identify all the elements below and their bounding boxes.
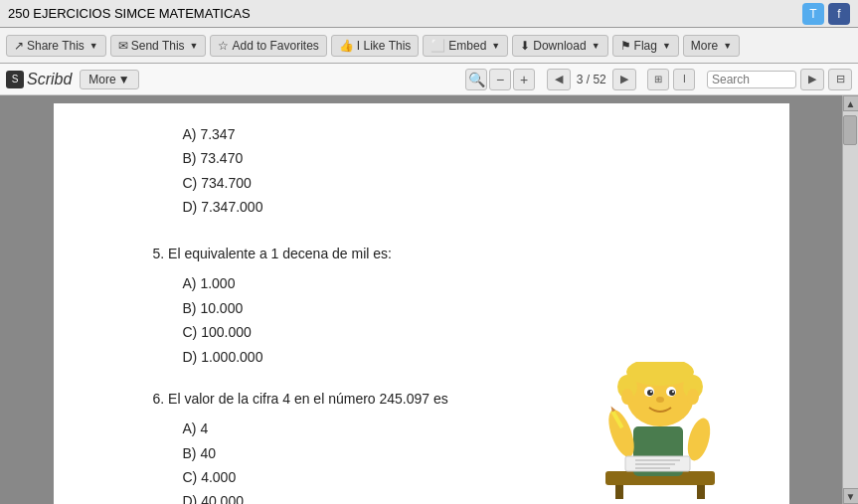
embed-icon: ⬜ [430,39,445,53]
thumbs-icon: 👍 [339,39,354,53]
page-title: 250 EJERCICIOS SIMCE MATEMATICAS [8,6,251,21]
share-icon: ↗ [14,39,24,53]
svg-rect-1 [615,485,623,499]
zoom-search-icon[interactable]: 🔍 [465,69,487,90]
page-info: 3 / 52 [573,73,610,86]
title-bar: 250 EJERCICIOS SIMCE MATEMATICAS T f [0,0,858,28]
next-page-button[interactable]: ▶ [612,69,636,90]
facebook-icon[interactable]: f [828,3,850,25]
more-toolbar-button[interactable]: More ▼ [683,35,740,57]
q5-option-a: A) 1.000 [183,272,730,294]
prev-option-b: B) 73.470 [183,147,730,169]
prev-page-button[interactable]: ◀ [547,69,571,90]
zoom-in-button[interactable]: + [513,69,535,90]
svg-point-19 [687,389,699,405]
send-button[interactable]: ✉ Send This ▼ [110,35,207,57]
embed-arrow-icon: ▼ [491,41,500,51]
scroll-up-button[interactable]: ▲ [843,95,859,111]
svg-point-13 [647,390,653,396]
page-navigation: ◀ 3 / 52 ▶ [547,69,636,90]
more-chevron-icon: ▼ [118,73,130,86]
send-arrow-icon: ▼ [190,41,199,51]
scrollbar[interactable]: ▲ ▼ [842,95,858,504]
prev-option-d: D) 7.347.000 [183,196,730,218]
text-mode-button[interactable]: I [673,69,695,90]
scribd-logo[interactable]: S Scribd [6,71,72,88]
zoom-out-button[interactable]: − [489,69,511,90]
document-wrapper: A) 7.347 B) 73.470 C) 734.700 D) 7.347.0… [0,95,842,504]
star-icon: ☆ [218,39,229,53]
zoom-controls: 🔍 − + [465,69,535,90]
download-icon: ⬇ [520,39,530,53]
q5-option-c: C) 100.000 [183,321,730,343]
scribd-logo-icon: S [6,71,24,88]
twitter-icon[interactable]: T [802,3,824,25]
flag-icon: ⚑ [620,39,631,53]
share-button[interactable]: ↗ Share This ▼ [6,35,106,57]
document-area: A) 7.347 B) 73.470 C) 734.700 D) 7.347.0… [0,95,842,504]
main-toolbar: ↗ Share This ▼ ✉ Send This ▼ ☆ Add to Fa… [0,28,858,64]
question-6: 6. El valor de la cifra 4 en el número 2… [153,388,730,504]
scribd-more-button[interactable]: More ▼ [80,70,138,89]
svg-rect-2 [697,485,705,499]
favorites-button[interactable]: ☆ Add to Favorites [210,35,326,57]
scroll-track [843,111,858,488]
svg-point-15 [650,391,652,393]
question-5: 5. El equivalente a 1 decena de mil es: … [153,243,730,368]
question-5-options: A) 1.000 B) 10.000 C) 100.000 D) 1.000.0… [183,272,730,368]
prev-option-a: A) 7.347 [183,123,730,145]
scroll-down-button[interactable]: ▼ [843,488,859,504]
download-button[interactable]: ⬇ Download ▼ [512,35,607,57]
main-area: A) 7.347 B) 73.470 C) 734.700 D) 7.347.0… [0,95,858,504]
flag-arrow-icon: ▼ [662,41,671,51]
grid-view-button[interactable]: ⊞ [647,69,669,90]
svg-point-16 [672,391,674,393]
scribd-toolbar: S Scribd More ▼ 🔍 − + ◀ 3 / 52 ▶ ⊞ I ▶ ⊟ [0,64,858,95]
question-5-title: 5. El equivalente a 1 decena de mil es: [153,243,730,264]
download-arrow-icon: ▼ [592,41,601,51]
like-button[interactable]: 👍 I Like This [331,35,419,57]
social-icons: T f [802,3,850,25]
svg-point-14 [669,390,675,396]
prev-option-c: C) 734.700 [183,172,730,194]
q5-option-b: B) 10.000 [183,297,730,319]
search-box[interactable] [707,71,796,88]
embed-button[interactable]: ⬜ Embed ▼ [423,35,508,57]
svg-point-18 [621,389,633,405]
share-arrow-icon: ▼ [89,41,98,51]
more-arrow-icon: ▼ [723,41,732,51]
search-submit-button[interactable]: ▶ [800,69,824,90]
svg-point-17 [656,397,664,403]
send-icon: ✉ [118,39,128,53]
scroll-thumb[interactable] [843,115,857,145]
search-input[interactable] [712,73,791,86]
prev-options: A) 7.347 B) 73.470 C) 734.700 D) 7.347.0… [183,123,730,219]
document-page: A) 7.347 B) 73.470 C) 734.700 D) 7.347.0… [54,103,789,504]
fullscreen-button[interactable]: ⊟ [828,69,852,90]
cartoon-character [605,362,715,504]
flag-button[interactable]: ⚑ Flag ▼ [612,35,679,57]
